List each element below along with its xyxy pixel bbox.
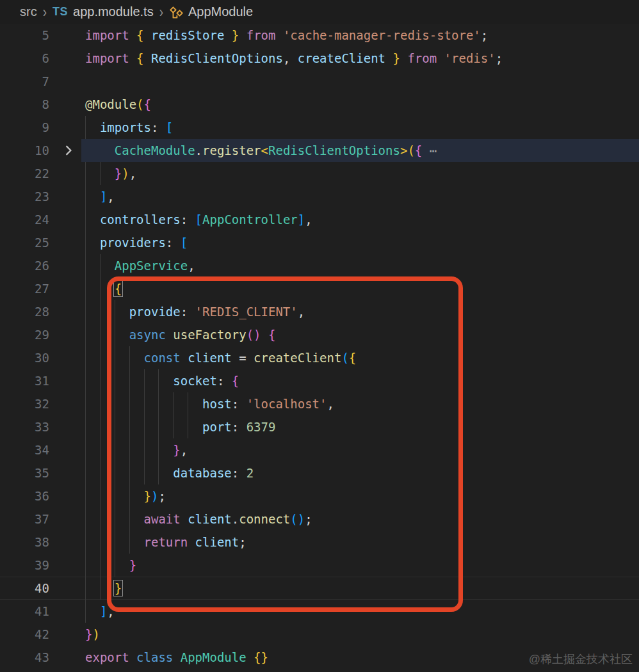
line-number[interactable]: 7 — [0, 70, 49, 93]
token-b3: ] — [100, 604, 107, 618]
token-b1: > — [400, 143, 407, 157]
code-line[interactable]: 8@Module({ — [0, 93, 639, 116]
token-b2: ) — [254, 328, 261, 342]
line-number[interactable]: 43 — [0, 646, 49, 669]
code-line[interactable]: 38return client; — [0, 531, 639, 554]
line-number[interactable]: 6 — [0, 47, 49, 70]
code-line[interactable]: 27{ — [0, 277, 639, 300]
line-number[interactable]: 42 — [0, 623, 49, 646]
code-line-text: @Module({ — [85, 93, 151, 116]
line-number[interactable]: 8 — [0, 93, 49, 116]
code-line[interactable]: 31socket: { — [0, 369, 639, 392]
line-number[interactable]: 28 — [0, 300, 49, 323]
code-line[interactable]: 10CacheModule.register<RedisClientOption… — [0, 139, 639, 162]
code-line[interactable]: 9imports: [ — [0, 116, 639, 139]
code-line[interactable]: 40} — [0, 577, 639, 600]
line-number[interactable]: 26 — [0, 254, 49, 277]
token-b1: { — [349, 351, 356, 365]
code-line[interactable]: 24controllers: [AppController], — [0, 208, 639, 231]
code-line-text: imports: [ — [85, 116, 173, 139]
code-line[interactable]: 33port: 6379 — [0, 415, 639, 438]
code-line-text: AppService, — [85, 254, 195, 277]
token-b1: } — [115, 581, 122, 595]
code-line[interactable]: 22}), — [0, 162, 639, 185]
token-b3: ( — [290, 512, 297, 526]
code-line-text: database: 2 — [85, 461, 254, 484]
breadcrumb-file[interactable]: app.module.ts — [73, 4, 154, 19]
code-line[interactable]: 41], — [0, 600, 639, 623]
code-line[interactable]: 26AppService, — [0, 254, 639, 277]
line-number[interactable]: 30 — [0, 346, 49, 369]
code-line[interactable]: 32host: 'localhost', — [0, 392, 639, 415]
code-line[interactable]: 23], — [0, 185, 639, 208]
token-pun: : — [232, 397, 247, 411]
token-b1: ) — [122, 166, 129, 180]
token-pun: . — [195, 143, 202, 157]
line-number[interactable]: 37 — [0, 508, 49, 531]
line-number[interactable]: 29 — [0, 323, 49, 346]
code-line[interactable]: 36}); — [0, 484, 639, 508]
line-number[interactable]: 9 — [0, 116, 49, 139]
token-b2: } — [115, 166, 122, 180]
token-b1: { — [136, 51, 143, 65]
line-number[interactable]: 31 — [0, 369, 49, 392]
code-line-text: port: 6379 — [85, 415, 275, 438]
code-line[interactable]: 30const client = createClient({ — [0, 346, 639, 369]
code-line-text: async useFactory() { — [85, 323, 275, 346]
line-number[interactable]: 32 — [0, 392, 49, 415]
line-number[interactable]: 33 — [0, 415, 49, 438]
line-number[interactable]: 39 — [0, 554, 49, 577]
code-line[interactable]: 37await client.connect(); — [0, 508, 639, 531]
code-line-text: const client = createClient({ — [85, 346, 356, 369]
line-number[interactable]: 40 — [0, 577, 49, 600]
code-line-text: provide: 'REDIS_CLIENT', — [85, 300, 305, 323]
line-number[interactable]: 23 — [0, 185, 49, 208]
line-number[interactable]: 41 — [0, 600, 49, 623]
token-fn: connect — [239, 512, 290, 526]
token-num: 6379 — [247, 420, 276, 434]
token-kw: export — [85, 650, 136, 664]
line-number[interactable]: 38 — [0, 531, 49, 554]
code-line-text: ], — [85, 185, 115, 208]
line-number[interactable]: 5 — [0, 24, 49, 47]
code-line[interactable]: 25providers: [ — [0, 231, 639, 254]
code-line[interactable]: 7 — [0, 70, 639, 93]
token-kw: await — [144, 512, 188, 526]
token-pun: ; — [305, 512, 312, 526]
code-line[interactable]: 6import { RedisClientOptions, createClie… — [0, 47, 639, 70]
breadcrumb-folder-src[interactable]: src — [20, 4, 37, 19]
token-b3: ) — [298, 512, 305, 526]
code-line[interactable]: 39} — [0, 554, 639, 577]
token-b1: ( — [136, 97, 143, 111]
token-kw: return — [144, 535, 195, 549]
code-line-text: CacheModule.register<RedisClientOptions>… — [85, 139, 437, 162]
line-number[interactable]: 22 — [0, 162, 49, 185]
code-line-text: }), — [85, 162, 136, 185]
code-line-text: }, — [85, 438, 188, 461]
line-number[interactable]: 10 — [0, 139, 49, 162]
token-pun: , — [181, 443, 188, 457]
line-number[interactable]: 24 — [0, 208, 49, 231]
code-line[interactable]: 5import { redisStore } from 'cache-manag… — [0, 24, 639, 47]
code-line-text: providers: [ — [85, 231, 188, 254]
code-line[interactable]: 28provide: 'REDIS_CLIENT', — [0, 300, 639, 323]
token-var: createClient — [290, 51, 392, 65]
line-number[interactable]: 34 — [0, 438, 49, 461]
code-line[interactable]: 42}) — [0, 623, 639, 646]
breadcrumb-symbol[interactable]: AppModule — [188, 4, 253, 19]
token-b3: [ — [166, 120, 173, 134]
line-number[interactable]: 35 — [0, 461, 49, 484]
line-number[interactable]: 36 — [0, 484, 49, 508]
line-number[interactable]: 27 — [0, 277, 49, 300]
code-editor[interactable]: 5import { redisStore } from 'cache-manag… — [0, 24, 639, 669]
token-num: 2 — [247, 466, 254, 480]
code-line[interactable]: 34}, — [0, 438, 639, 461]
token-pun: , — [283, 51, 290, 65]
chevron-right-icon: › — [43, 3, 47, 21]
code-line-text: socket: { — [85, 369, 239, 392]
line-number[interactable]: 25 — [0, 231, 49, 254]
code-line[interactable]: 29async useFactory() { — [0, 323, 639, 346]
code-line[interactable]: 35database: 2 — [0, 461, 639, 484]
token-var: providers — [100, 236, 166, 250]
fold-chevron-icon[interactable] — [61, 143, 76, 157]
